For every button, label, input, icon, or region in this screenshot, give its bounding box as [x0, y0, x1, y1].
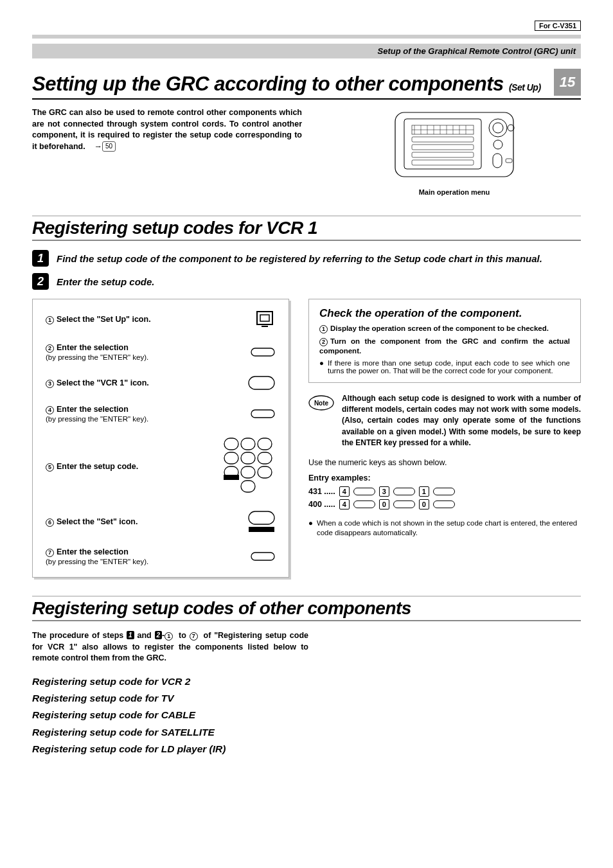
- enter-key-icon: [250, 347, 276, 357]
- step-badge-1: 1: [32, 250, 49, 267]
- subsection-title: Registering setup codes of other compone…: [32, 596, 581, 621]
- numeric-keypad-icon: [222, 437, 276, 496]
- divider: [32, 35, 581, 39]
- intro-paragraph: The GRC can also be used to remote contr…: [32, 107, 302, 196]
- list-item: Registering setup code for LD player (IR…: [32, 741, 581, 757]
- svg-rect-24: [260, 315, 269, 321]
- svg-rect-21: [493, 154, 502, 168]
- check-title: Check the operation of the component.: [319, 307, 570, 320]
- svg-rect-23: [257, 312, 272, 324]
- list-item: Registering setup code for TV: [32, 690, 581, 707]
- svg-rect-16: [412, 160, 474, 165]
- auto-disappear-note: ●When a code which is not shown in the s…: [308, 518, 581, 538]
- svg-rect-41: [249, 527, 274, 532]
- step-2-text: Enter the setup code.: [57, 276, 155, 287]
- svg-text:Note: Note: [314, 400, 329, 407]
- list-item: Registering setup code for VCR 2: [32, 673, 581, 690]
- svg-rect-37: [258, 466, 272, 478]
- breadcrumb: Setup of the Graphical Remote Control (G…: [32, 44, 581, 58]
- svg-rect-31: [258, 438, 272, 450]
- svg-rect-39: [224, 475, 239, 480]
- svg-rect-15: [412, 152, 474, 157]
- vcr1-icon: [247, 375, 276, 391]
- svg-point-18: [493, 123, 503, 133]
- other-intro: The procedure of steps 1 and 2-1 to 7 of…: [32, 630, 308, 664]
- entry-lead: Use the numeric keys as shown below.: [308, 458, 581, 467]
- setup-icon: [254, 310, 276, 329]
- note-block: Note Although each setup code is designe…: [308, 393, 581, 449]
- svg-rect-22: [506, 159, 512, 163]
- entry-example-1: 431 ..... 4 3 1: [308, 486, 581, 497]
- svg-point-17: [489, 119, 507, 137]
- page-number: 15: [554, 69, 581, 96]
- svg-rect-40: [249, 511, 274, 524]
- svg-rect-26: [251, 348, 274, 356]
- model-tag: For C-V351: [32, 19, 581, 31]
- list-item: Registering setup code for SATELLITE: [32, 724, 581, 741]
- svg-rect-38: [241, 481, 255, 492]
- note-icon: Note: [308, 394, 334, 411]
- device-illustration: Main operation menu: [328, 107, 581, 196]
- enter-key-icon: [250, 409, 276, 419]
- set-icon: [247, 510, 276, 533]
- svg-rect-32: [224, 452, 238, 464]
- svg-rect-27: [249, 376, 274, 389]
- check-operation-box: Check the operation of the component. 1D…: [308, 299, 581, 383]
- page-ref: 50: [102, 141, 116, 152]
- step-1-text: Find the setup code of the component to …: [57, 253, 542, 264]
- svg-rect-30: [241, 438, 255, 450]
- svg-rect-42: [251, 553, 274, 560]
- svg-rect-33: [241, 452, 255, 464]
- svg-rect-1: [404, 119, 481, 169]
- step-badge-2: 2: [32, 273, 49, 290]
- entry-heading: Entry examples:: [308, 474, 581, 483]
- figure-caption: Main operation menu: [328, 188, 581, 196]
- svg-rect-29: [224, 438, 238, 450]
- procedure-panel: 1Select the "Set Up" icon. 2Enter the se…: [32, 299, 289, 578]
- register-list: Registering setup code for VCR 2 Registe…: [32, 673, 581, 758]
- svg-point-20: [493, 140, 502, 149]
- svg-rect-34: [258, 452, 272, 464]
- svg-rect-14: [412, 145, 474, 150]
- section-title: Setting up the GRC according to other co…: [32, 73, 541, 96]
- svg-rect-28: [251, 410, 274, 418]
- list-item: Registering setup code for CABLE: [32, 707, 581, 723]
- svg-rect-13: [412, 137, 474, 142]
- note-text: Although each setup code is designed to …: [342, 393, 581, 449]
- enter-key-icon: [250, 551, 276, 562]
- subsection-title: Registering setup codes for VCR 1: [32, 215, 581, 241]
- svg-rect-36: [241, 466, 255, 478]
- entry-example-2: 400 ..... 4 0 0: [308, 499, 581, 509]
